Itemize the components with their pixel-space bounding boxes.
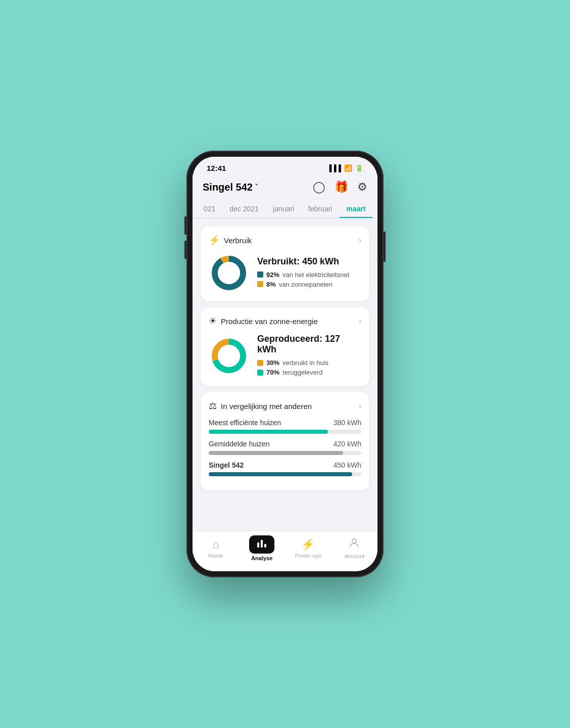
scroll-content: ⚡ Verbruik › — [193, 218, 377, 531]
bar-track-1 — [209, 430, 361, 434]
zonne-info: Geproduceerd: 127 kWh 30% verbruikt in h… — [257, 334, 361, 378]
volume-up-button — [184, 216, 186, 235]
verbruik-label-2: van zonnepanelen — [279, 281, 332, 288]
comparison-value-2: 420 kWh — [334, 440, 361, 448]
app-header: Singel 542 ˅ ◯ 🎁 ⚙ — [193, 176, 377, 200]
verbruik-card-header: ⚡ Verbruik › — [209, 235, 361, 246]
comparison-label-1: Meest efficiënte huizen — [209, 419, 281, 427]
status-icons: ▐▐▐ 📶 🔋 — [327, 164, 363, 172]
lightning-icon: ⚡ — [209, 235, 220, 246]
verbruik-card: ⚡ Verbruik › — [201, 226, 369, 301]
phone-frame: 12:41 ▐▐▐ 📶 🔋 Singel 542 ˅ ◯ 🎁 ⚙ 021 dec… — [186, 151, 384, 577]
month-tab-februari[interactable]: februari — [301, 200, 339, 218]
nav-label-analyse: Analyse — [251, 555, 272, 561]
vergelijking-title-text: In vergelijking met anderen — [221, 402, 312, 411]
month-tab-maart[interactable]: maart — [339, 200, 372, 218]
sun-icon: ☀ — [209, 315, 217, 327]
comparison-item-2: Gemiddelde huizen 420 kWh — [209, 440, 361, 455]
nav-label-powerups: Power-ups — [295, 553, 321, 559]
nav-item-home[interactable]: ⌂ Home — [201, 538, 231, 559]
verbruik-label-1: van het elektriciteitsnet — [282, 271, 349, 279]
verbruik-pct-1: 92% — [266, 271, 279, 279]
bar-fill-2 — [209, 451, 343, 455]
zonne-legend-2: 70% teruggeleverd — [257, 369, 361, 376]
battery-icon: 🔋 — [355, 164, 363, 172]
nav-label-account: Account — [344, 553, 364, 559]
verbruik-legend-dot-1 — [257, 271, 263, 278]
nav-item-account[interactable]: Account — [339, 537, 369, 559]
zonne-card-header: ☀ Productie van zonne-energie › — [209, 315, 361, 327]
bar-track-2 — [209, 451, 361, 455]
account-icon — [349, 537, 360, 552]
verbruik-legend-1: 92% van het elektriciteitsnet — [257, 271, 361, 279]
zonne-pct-2: 70% — [266, 369, 279, 376]
verbruik-legend-dot-2 — [257, 281, 263, 287]
svg-point-3 — [218, 262, 240, 284]
zonne-label-2: teruggeleverd — [282, 369, 323, 376]
chevron-down-icon: ˅ — [255, 183, 258, 191]
status-time: 12:41 — [207, 164, 226, 172]
zonne-chevron-icon[interactable]: › — [359, 316, 361, 326]
month-tab-021[interactable]: 021 — [197, 200, 222, 218]
status-bar: 12:41 ▐▐▐ 📶 🔋 — [193, 157, 377, 176]
svg-rect-10 — [264, 544, 266, 548]
header-icons: ◯ 🎁 ⚙ — [313, 180, 367, 194]
zonne-title-text: Productie van zonne-energie — [221, 317, 318, 326]
powerups-icon: ⚡ — [301, 538, 315, 551]
zonne-card-title: ☀ Productie van zonne-energie — [209, 315, 318, 327]
location-selector[interactable]: Singel 542 ˅ — [203, 181, 258, 193]
vergelijking-card-header: ⚖ In vergelijking met anderen › — [209, 400, 361, 412]
verbruik-info: Verbruikt: 450 kWh 92% van het elektrici… — [257, 256, 361, 290]
svg-rect-8 — [257, 542, 259, 548]
nav-label-home: Home — [208, 553, 223, 559]
verbruik-main-value: Verbruikt: 450 kWh — [257, 256, 361, 267]
phone-screen: 12:41 ▐▐▐ 📶 🔋 Singel 542 ˅ ◯ 🎁 ⚙ 021 dec… — [193, 157, 377, 571]
comparison-row-1: Meest efficiënte huizen 380 kWh — [209, 419, 361, 427]
month-tab-januari[interactable]: januari — [266, 200, 301, 218]
zonne-legend-dot-2 — [257, 370, 263, 376]
svg-point-11 — [352, 539, 356, 543]
month-tabs: 021 dec 2021 januari februari maart ap — [193, 200, 377, 218]
zonne-legend-1: 30% verbruikt in huis — [257, 359, 361, 367]
verbruik-title-text: Verbruik — [224, 236, 252, 245]
verbruik-card-body: Verbruikt: 450 kWh 92% van het elektrici… — [209, 253, 361, 293]
zonne-legend-dot-1 — [257, 360, 263, 366]
vergelijking-chevron-icon[interactable]: › — [359, 401, 361, 411]
vergelijking-card-title: ⚖ In vergelijking met anderen — [209, 400, 312, 412]
location-name: Singel 542 — [203, 181, 253, 193]
nav-item-powerups[interactable]: ⚡ Power-ups — [293, 538, 323, 559]
comparison-row-2: Gemiddelde huizen 420 kWh — [209, 440, 361, 448]
bottom-nav: ⌂ Home Analyse ⚡ Power-ups — [193, 531, 377, 571]
scale-icon: ⚖ — [209, 400, 217, 412]
gift-icon[interactable]: 🎁 — [335, 180, 348, 194]
bar-track-3 — [209, 472, 361, 476]
month-tab-dec2021[interactable]: dec 2021 — [222, 200, 266, 218]
comparison-item-3: Singel 542 450 kWh — [209, 461, 361, 476]
comparison-label-3: Singel 542 — [209, 461, 244, 469]
comparison-item-1: Meest efficiënte huizen 380 kWh — [209, 419, 361, 434]
verbruik-donut — [209, 253, 249, 293]
comparison-row-3: Singel 542 450 kWh — [209, 461, 361, 469]
nav-item-analyse[interactable]: Analyse — [247, 535, 277, 561]
verbruik-card-title: ⚡ Verbruik — [209, 235, 252, 246]
settings-icon[interactable]: ⚙ — [357, 180, 367, 194]
verbruik-legend-2: 8% van zonnepanelen — [257, 281, 361, 288]
comparison-label-2: Gemiddelde huizen — [209, 440, 270, 448]
zonne-main-value: Geproduceerd: 127 kWh — [257, 334, 361, 355]
zonne-card: ☀ Productie van zonne-energie › — [201, 307, 369, 386]
zonne-label-1: verbruikt in huis — [282, 359, 328, 367]
month-tab-april[interactable]: ap — [373, 200, 377, 218]
comparison-value-3: 450 kWh — [334, 461, 361, 469]
chart-icon — [256, 538, 267, 551]
home-icon: ⌂ — [212, 538, 219, 551]
zonne-donut — [209, 336, 249, 376]
chat-icon[interactable]: ◯ — [313, 180, 325, 194]
svg-point-7 — [218, 345, 240, 367]
comparison-value-1: 380 kWh — [334, 419, 361, 427]
verbruik-chevron-icon[interactable]: › — [359, 236, 361, 245]
bar-fill-3 — [209, 472, 352, 476]
power-button — [384, 232, 386, 262]
verbruik-pct-2: 8% — [266, 281, 276, 288]
zonne-pct-1: 30% — [266, 359, 279, 367]
volume-down-button — [184, 241, 186, 259]
